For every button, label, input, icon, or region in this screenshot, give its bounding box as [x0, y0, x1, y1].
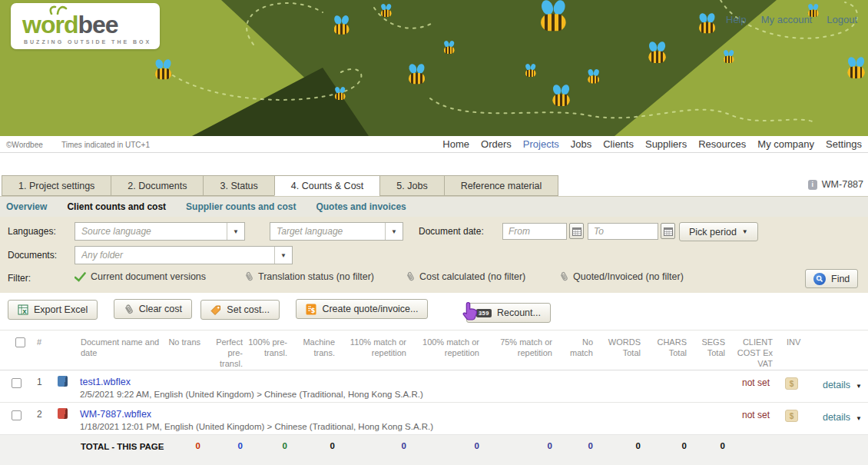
column-header-perfect-pretransl: Perfect pre-transl. [205, 330, 247, 370]
nav-item-home[interactable]: Home [442, 138, 469, 150]
nav-item-my-company[interactable]: My company [757, 138, 814, 150]
filter-chip-cost-calculated[interactable]: Cost calculated (no filter) [406, 271, 525, 282]
details-button[interactable]: details▼ [805, 402, 868, 434]
target-language-select[interactable]: ▼ [270, 222, 403, 241]
nav-item-orders[interactable]: Orders [481, 138, 512, 150]
total-value-no-trans: 0 [165, 434, 205, 465]
logo-tagline: BUZZING OUTSIDE THE BOX [24, 39, 151, 45]
total-row: TOTAL - THIS PAGE 0 0 0 0 0 0 0 0 0 0 0 [0, 434, 868, 465]
filter-chip-translation-status[interactable]: Translation status (no filter) [244, 271, 374, 282]
info-icon[interactable]: i [808, 180, 817, 190]
nav-item-projects[interactable]: Projects [523, 138, 559, 150]
set-cost-button[interactable]: Set cost... [200, 300, 280, 320]
create-quote-button[interactable]: $ Create quote/invoice... [296, 299, 428, 319]
filter-chip-current-versions[interactable]: Current document versions [75, 271, 206, 282]
column-header-details [805, 330, 868, 370]
chevron-down-icon[interactable]: ▼ [385, 223, 403, 240]
banner: wordbee BUZZING OUTSIDE THE BOX Help My … [0, 0, 868, 136]
paperclip-icon [557, 270, 570, 284]
clear-cost-button[interactable]: Clear cost [114, 299, 192, 319]
row-checkbox[interactable] [12, 378, 22, 388]
date-from-input[interactable] [502, 223, 567, 240]
document-link[interactable]: WM-7887.wbflex [80, 409, 151, 420]
main-nav: Home Orders Projects Jobs Clients Suppli… [442, 138, 862, 150]
tab-documents[interactable]: 2. Documents [111, 175, 204, 196]
tab-project-settings[interactable]: 1. Project settings [2, 175, 111, 196]
chevron-down-icon[interactable]: ▼ [856, 383, 862, 390]
bee-illustration [588, 73, 600, 84]
tab-jobs[interactable]: 5. Jobs [379, 175, 444, 196]
find-button[interactable]: Find [805, 269, 858, 288]
export-excel-button[interactable]: X Export Excel [8, 300, 98, 320]
create-quote-label: Create quote/invoice... [322, 304, 418, 314]
nav-item-settings[interactable]: Settings [826, 138, 862, 150]
excel-icon: X [18, 304, 28, 315]
timezone-note: Times indicated in UTC+1 [61, 141, 150, 149]
subtab-client-counts[interactable]: Client counts and cost [67, 201, 166, 212]
nav-item-suppliers[interactable]: Suppliers [645, 138, 687, 150]
tab-counts-cost[interactable]: 4. Counts & Cost [274, 175, 381, 196]
tag-icon [210, 304, 221, 315]
filter-chip-quoted-invoiced[interactable]: Quoted/Invoiced (no filter) [559, 271, 684, 282]
column-header-machine-trans: Machine trans. [292, 330, 340, 370]
details-button[interactable]: details▼ [805, 370, 868, 402]
project-ref-label: WM-7887 [822, 179, 863, 190]
chevron-down-icon[interactable]: ▼ [274, 247, 292, 264]
folder-input[interactable] [75, 247, 274, 264]
nav-item-clients[interactable]: Clients [603, 138, 634, 150]
source-language-input[interactable] [75, 223, 227, 240]
help-link[interactable]: Help [726, 14, 747, 25]
invoice-icon: $ [306, 304, 316, 315]
column-header-chars-total: CHARS Total [645, 330, 691, 370]
clear-cost-label: Clear cost [139, 304, 182, 314]
date-to-input[interactable] [588, 223, 658, 240]
languages-label: Languages: [8, 226, 56, 237]
invoice-indicator-icon[interactable]: $ [785, 410, 798, 422]
chevron-down-icon[interactable]: ▼ [856, 415, 862, 422]
column-header-document-name: Document name and date [54, 330, 165, 370]
total-label: TOTAL - THIS PAGE [54, 434, 165, 465]
subtab-overview[interactable]: Overview [6, 201, 47, 212]
logo-word-part: word [22, 11, 78, 38]
column-header-client-cost: CLIENT COST Ex VAT [730, 330, 777, 370]
my-account-link[interactable]: My account [761, 14, 812, 25]
bee-illustration [724, 53, 734, 63]
details-label[interactable]: details [823, 380, 850, 390]
set-cost-label: Set cost... [227, 304, 270, 315]
calendar-button[interactable] [569, 223, 584, 239]
logout-link[interactable]: Logout [827, 14, 857, 25]
subtab-quotes-invoices[interactable]: Quotes and invoices [316, 201, 406, 212]
tab-status[interactable]: 3. Status [203, 175, 274, 196]
target-language-input[interactable] [270, 223, 385, 240]
paperclip-icon [403, 270, 416, 284]
recount-button[interactable]: 359 Recount... [466, 303, 551, 323]
total-value-100-match: 0 [411, 434, 484, 465]
document-link[interactable]: test1.wbflex [80, 377, 131, 387]
paperclip-icon [242, 270, 255, 284]
row-checkbox[interactable] [12, 410, 22, 420]
document-meta: 1/18/2021 12:01 PM, English (United King… [80, 420, 730, 431]
document-date-label: Document date: [419, 226, 484, 237]
table-row: 2 WM-7887.wbflex 1/18/2021 12:01 PM, Eng… [0, 402, 868, 434]
chevron-down-icon[interactable]: ▼ [227, 223, 244, 240]
info-bar: ©Wordbee Times indicated in UTC+1 Home O… [0, 136, 868, 153]
nav-item-resources[interactable]: Resources [698, 138, 746, 150]
find-label: Find [831, 274, 850, 284]
filter-panel: Languages: ▼ ▼ Document date: [0, 217, 868, 293]
nav-item-jobs[interactable]: Jobs [571, 138, 591, 150]
select-all-checkbox[interactable] [15, 337, 25, 347]
total-value-chars-total: 0 [645, 434, 691, 465]
pick-period-button[interactable]: Pick period ▼ [679, 222, 758, 241]
invoice-indicator-icon[interactable]: $ [785, 377, 798, 390]
calendar-button[interactable] [661, 223, 675, 239]
source-language-select[interactable]: ▼ [75, 222, 245, 241]
column-header-inv: INV [777, 330, 805, 370]
tab-reference-material[interactable]: Reference material [444, 175, 559, 196]
column-header-no-trans: No trans [165, 330, 205, 370]
details-label[interactable]: details [823, 412, 850, 423]
bee-illustration [648, 47, 666, 64]
folder-select[interactable]: ▼ [75, 246, 293, 264]
client-cost-value: not set [730, 370, 777, 402]
document-icon [58, 376, 68, 387]
subtab-supplier-counts[interactable]: Supplier counts and cost [186, 201, 296, 212]
